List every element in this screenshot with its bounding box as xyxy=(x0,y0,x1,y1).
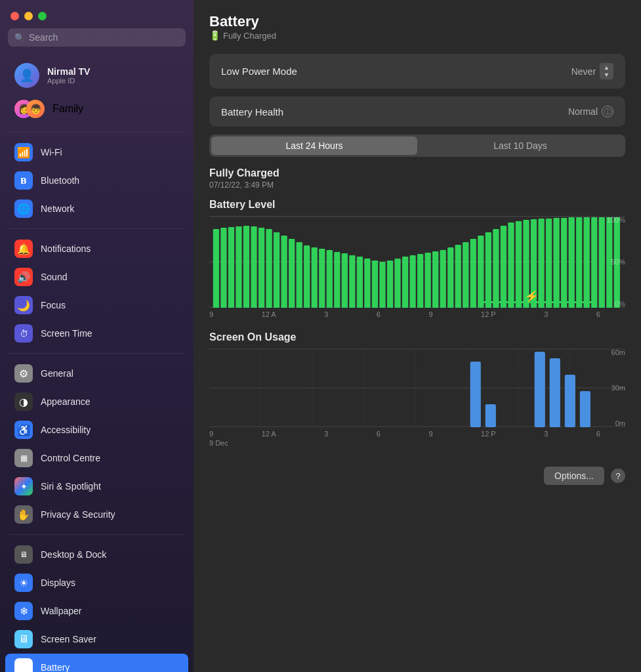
battery-y-50: 50% xyxy=(600,258,625,266)
wifi-icon: 📶 xyxy=(14,143,33,161)
sidebar-scroll: 👤 Nirmal TV Apple ID 👩 👦 Family 📶 Wi-Fi xyxy=(0,54,194,672)
battery-chart-section: Battery Level /* bars generated below */ xyxy=(209,199,625,318)
battery-icon: 🔋 xyxy=(14,658,33,672)
svg-rect-73 xyxy=(486,404,496,427)
svg-rect-20 xyxy=(319,249,325,308)
search-bar[interactable]: 🔍 xyxy=(8,28,186,47)
svg-rect-41 xyxy=(478,236,484,308)
svg-rect-42 xyxy=(486,232,491,308)
sidebar-item-sound[interactable]: 🔊 Sound xyxy=(5,263,188,291)
sidebar-item-general[interactable]: ⚙ General xyxy=(5,360,188,387)
svg-rect-27 xyxy=(372,261,378,308)
battery-x-9: 9 xyxy=(209,310,213,318)
sidebar-item-appearance[interactable]: ◑ Appearance xyxy=(5,388,188,415)
svg-rect-22 xyxy=(334,252,340,308)
svg-rect-18 xyxy=(304,245,310,308)
sidebar-item-wallpaper[interactable]: ❄ Wallpaper xyxy=(5,597,188,625)
svg-rect-32 xyxy=(409,255,415,308)
options-button[interactable]: Options... xyxy=(544,467,604,485)
sidebar-item-label-accessibility: Accessibility xyxy=(41,425,91,435)
svg-rect-51 xyxy=(553,218,559,308)
sidebar-item-label-battery: Battery xyxy=(41,662,70,672)
svg-rect-39 xyxy=(463,242,468,308)
battery-bars-svg: ⚡ xyxy=(209,216,625,308)
usage-chart-section: Screen On Usage xyxy=(209,331,625,447)
tab-last-10d[interactable]: Last 10 Days xyxy=(417,136,623,155)
battery-health-value: Normal ⓘ xyxy=(568,106,613,117)
sidebar-item-displays[interactable]: ☀ Displays xyxy=(5,569,188,597)
usage-chart-svg xyxy=(209,348,625,427)
maximize-button[interactable] xyxy=(38,12,47,20)
network-icon: 🌐 xyxy=(14,200,33,218)
bluetooth-icon: 𝗕 xyxy=(14,171,33,190)
sidebar-item-bluetooth[interactable]: 𝗕 Bluetooth xyxy=(5,167,188,194)
svg-rect-33 xyxy=(417,254,423,308)
low-power-mode-stepper[interactable]: ▲ ▼ xyxy=(600,63,613,79)
battery-health-info-icon[interactable]: ⓘ xyxy=(602,106,613,117)
usage-x-3p: 3 xyxy=(544,430,548,438)
battery-x-6a: 6 xyxy=(377,310,381,318)
sidebar-item-focus[interactable]: 🌙 Focus xyxy=(5,291,188,319)
sidebar-item-label-wallpaper: Wallpaper xyxy=(41,606,82,616)
svg-rect-30 xyxy=(394,259,400,308)
low-power-mode-value: Never ▲ ▼ xyxy=(571,63,613,79)
battery-x-3a: 3 xyxy=(324,310,328,318)
page-title: Battery xyxy=(209,13,276,30)
page-header: Battery 🔋 Fully Charged xyxy=(209,13,625,41)
user-profile-item[interactable]: 👤 Nirmal TV Apple ID xyxy=(5,58,188,93)
sidebar-item-network[interactable]: 🌐 Network xyxy=(5,195,188,222)
user-info: Nirmal TV Apple ID xyxy=(47,66,90,85)
svg-rect-16 xyxy=(289,239,295,308)
usage-x-labels: 9 12 A 3 6 9 12 P 3 6 xyxy=(209,430,625,438)
sidebar-item-label-general: General xyxy=(41,368,73,379)
battery-y-labels: 100% 50% 0% xyxy=(600,216,625,308)
usage-chart-container: 60m 30m 0m 9 12 A 3 6 9 12 P 3 6 9 Dec xyxy=(209,348,625,447)
sidebar-item-wifi[interactable]: 📶 Wi-Fi xyxy=(5,138,188,166)
general-icon: ⚙ xyxy=(14,364,33,383)
sidebar-item-controlcentre[interactable]: ▦ Control Centre xyxy=(5,444,188,472)
sidebar-item-battery[interactable]: 🔋 Battery xyxy=(5,654,188,672)
svg-rect-25 xyxy=(357,257,363,308)
sidebar-item-screentime[interactable]: ⏱ Screen Time xyxy=(5,320,188,347)
sidebar-item-desktop[interactable]: 🖥 Desktop & Dock xyxy=(5,541,188,568)
sidebar-item-label-desktop: Desktop & Dock xyxy=(41,549,106,560)
usage-y-0: 0m xyxy=(600,419,625,427)
sidebar: 🔍 👤 Nirmal TV Apple ID 👩 👦 Family xyxy=(0,0,194,672)
charge-info: Fully Charged 07/12/22, 3:49 PM xyxy=(209,167,625,190)
sidebar-item-privacy[interactable]: ✋ Privacy & Security xyxy=(5,501,188,528)
svg-rect-15 xyxy=(281,236,287,308)
svg-rect-26 xyxy=(364,259,370,308)
battery-chart-container: /* bars generated below */ xyxy=(209,216,625,318)
display-section: 🖥 Desktop & Dock ☀ Displays ❄ Wallpaper … xyxy=(0,537,194,672)
svg-rect-24 xyxy=(349,255,355,308)
svg-rect-77 xyxy=(580,391,590,427)
tab-bar: Last 24 Hours Last 10 Days xyxy=(209,135,625,157)
usage-x-date: 9 Dec xyxy=(209,439,625,447)
minimize-button[interactable] xyxy=(24,12,33,20)
appearance-icon: ◑ xyxy=(14,392,33,411)
sidebar-item-screensaver[interactable]: 🖥 Screen Saver xyxy=(5,625,188,653)
battery-health-row: Battery Health Normal ⓘ xyxy=(209,96,625,127)
svg-rect-17 xyxy=(297,242,302,308)
tab-last-24h[interactable]: Last 24 Hours xyxy=(211,136,417,155)
divider-1 xyxy=(9,132,184,133)
battery-x-6p: 6 xyxy=(596,310,600,318)
family-item[interactable]: 👩 👦 Family xyxy=(5,94,188,123)
sidebar-item-label-siri: Siri & Spotlight xyxy=(41,481,101,492)
usage-chart-label: Screen On Usage xyxy=(209,331,625,343)
sidebar-item-label-screensaver: Screen Saver xyxy=(41,634,96,644)
sidebar-item-notifications[interactable]: 🔔 Notifications xyxy=(5,235,188,262)
usage-x-9a: 9 xyxy=(428,430,432,438)
close-button[interactable] xyxy=(10,12,19,20)
help-button[interactable]: ? xyxy=(611,469,625,483)
prefs-section: ⚙ General ◑ Appearance ♿ Accessibility ▦… xyxy=(0,356,194,532)
sidebar-item-label-privacy: Privacy & Security xyxy=(41,509,115,520)
sidebar-item-siri[interactable]: ✦ Siri & Spotlight xyxy=(5,472,188,500)
search-icon: 🔍 xyxy=(14,33,25,43)
low-power-mode-label: Low Power Mode xyxy=(221,66,297,77)
search-input[interactable] xyxy=(29,32,179,43)
divider-3 xyxy=(9,353,184,354)
sidebar-item-accessibility[interactable]: ♿ Accessibility xyxy=(5,416,188,444)
svg-rect-75 xyxy=(550,358,560,427)
network-section: 📶 Wi-Fi 𝗕 Bluetooth 🌐 Network xyxy=(0,135,194,226)
